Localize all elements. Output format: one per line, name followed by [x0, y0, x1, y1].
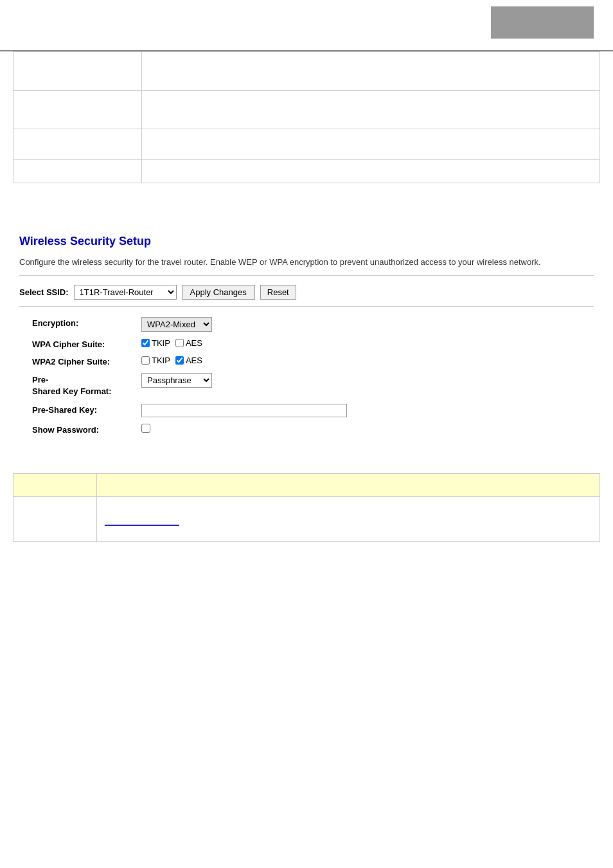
- separator-top: [19, 275, 594, 276]
- wpa2-cipher-label: WPA2 Cipher Suite:: [32, 356, 141, 366]
- wpa-aes-checkbox[interactable]: [175, 339, 184, 347]
- apply-changes-button[interactable]: Apply Changes: [182, 285, 255, 300]
- bottom-content-left: [13, 496, 97, 541]
- top-table-right-4: [142, 160, 600, 183]
- bottom-link[interactable]: ________________: [105, 516, 179, 526]
- bottom-table: ________________: [13, 473, 600, 542]
- wpa-tkip-label[interactable]: TKIP: [141, 338, 170, 348]
- wpa-cipher-value: TKIP AES: [141, 338, 202, 348]
- table-row: ________________: [13, 496, 600, 541]
- psk-format-value: Passphrase Hex: [141, 373, 212, 388]
- bottom-header-right: [97, 473, 600, 496]
- description-text: Configure the wireless security for the …: [19, 256, 594, 269]
- psk-label: Pre-Shared Key:: [32, 404, 141, 415]
- ssid-row: Select SSID: 1T1R-Travel-Router Apply Ch…: [19, 285, 594, 300]
- table-row: [13, 91, 600, 129]
- wpa2-tkip-label[interactable]: TKIP: [141, 356, 170, 365]
- top-table-right-2: [142, 91, 600, 129]
- wpa2-cipher-value: TKIP AES: [141, 356, 202, 365]
- top-table-left-4: [13, 160, 142, 183]
- gray-block: [491, 6, 594, 39]
- ssid-label: Select SSID:: [19, 287, 69, 297]
- table-row: [13, 160, 600, 183]
- wpa-aes-label[interactable]: AES: [175, 338, 202, 348]
- main-content: Wireless Security Setup Configure the wi…: [0, 196, 613, 454]
- top-header: [0, 0, 613, 51]
- top-table-left-3: [13, 129, 142, 160]
- show-password-value: [141, 424, 150, 433]
- show-password-row: Show Password:: [32, 424, 594, 435]
- psk-input[interactable]: [141, 404, 347, 417]
- psk-format-select[interactable]: Passphrase Hex: [141, 373, 212, 388]
- table-row: [13, 52, 600, 91]
- top-table-right-3: [142, 129, 600, 160]
- encryption-row: Encryption: WPA2-Mixed None WEP WPA WPA2: [32, 317, 594, 332]
- top-table-left-2: [13, 91, 142, 129]
- table-row: [13, 129, 600, 160]
- psk-format-label: Pre- Shared Key Format:: [32, 373, 141, 397]
- show-password-checkbox[interactable]: [141, 424, 150, 433]
- bottom-header-left: [13, 473, 97, 496]
- form-section: Encryption: WPA2-Mixed None WEP WPA WPA2…: [19, 317, 594, 435]
- reset-button[interactable]: Reset: [260, 285, 296, 300]
- encryption-value: WPA2-Mixed None WEP WPA WPA2: [141, 317, 212, 332]
- ssid-select[interactable]: 1T1R-Travel-Router: [74, 285, 177, 300]
- wpa-tkip-checkbox[interactable]: [141, 339, 150, 347]
- wpa-cipher-row: WPA Cipher Suite: TKIP AES: [32, 338, 594, 349]
- top-table: [13, 51, 600, 183]
- bottom-content-right: ________________: [97, 496, 600, 541]
- wpa-cipher-label: WPA Cipher Suite:: [32, 338, 141, 349]
- wpa2-tkip-checkbox[interactable]: [141, 356, 150, 365]
- top-table-left-1: [13, 52, 142, 91]
- separator-mid: [19, 306, 594, 307]
- wpa2-aes-checkbox[interactable]: [175, 356, 184, 365]
- table-row: [13, 473, 600, 496]
- wpa2-cipher-row: WPA2 Cipher Suite: TKIP AES: [32, 356, 594, 366]
- show-password-label: Show Password:: [32, 424, 141, 435]
- wpa2-aes-label[interactable]: AES: [175, 356, 202, 365]
- psk-format-row: Pre- Shared Key Format: Passphrase Hex: [32, 373, 594, 397]
- top-table-right-1: [142, 52, 600, 91]
- encryption-label: Encryption:: [32, 317, 141, 328]
- psk-value: [141, 404, 347, 417]
- encryption-select[interactable]: WPA2-Mixed None WEP WPA WPA2: [141, 317, 212, 332]
- psk-row: Pre-Shared Key:: [32, 404, 594, 417]
- section-title: Wireless Security Setup: [19, 235, 594, 248]
